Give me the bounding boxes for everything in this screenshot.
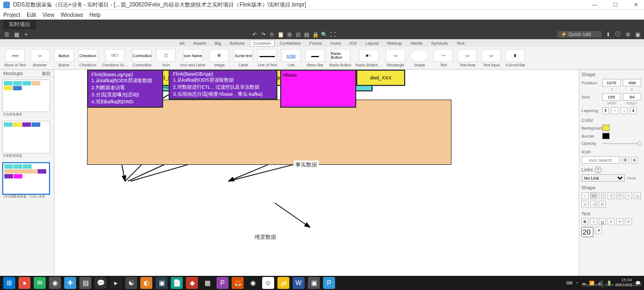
start-icon[interactable]: ⊞: [3, 277, 15, 289]
baselog-app-node[interactable]: Flink(BaseLogApp)1.从kafka的ODS层读取数据2.判断新老…: [87, 70, 163, 108]
shape-diamond-icon[interactable]: ◇: [608, 192, 615, 199]
ribbon-icon[interactable]: ▢Icon: [154, 49, 178, 67]
shape-circle-icon[interactable]: ○: [581, 192, 589, 199]
group-icon[interactable]: ⊞: [286, 31, 293, 38]
ribbon-rectangle[interactable]: ▭Rectangle: [383, 49, 407, 67]
align-icon[interactable]: ▤: [304, 31, 310, 38]
cat-markup[interactable]: Markup: [383, 40, 406, 47]
icon-clear-icon[interactable]: ⊗: [631, 157, 638, 164]
app7-icon[interactable]: ◐: [140, 277, 152, 289]
cat-assets[interactable]: Assets: [189, 40, 210, 47]
word-icon[interactable]: W: [293, 277, 305, 289]
opacity-slider[interactable]: [602, 143, 642, 144]
app13-icon[interactable]: ☺: [262, 277, 274, 289]
ribbon-combobox[interactable]: ComboBoxComboBox: [130, 49, 154, 67]
shape-rect-icon[interactable]: ▭: [590, 192, 597, 199]
align-center-icon[interactable]: ≡: [616, 218, 623, 225]
app10-icon[interactable]: ◆: [186, 277, 198, 289]
app9-icon[interactable]: 📄: [171, 277, 183, 289]
size-h-input[interactable]: [623, 93, 641, 101]
minimize-button[interactable]: —: [590, 2, 599, 8]
shape-arrow-l-icon[interactable]: ◁: [590, 201, 597, 208]
menu-edit[interactable]: Edit: [27, 12, 36, 18]
shape-pentagon-icon[interactable]: ⬠: [616, 192, 623, 199]
paste-icon[interactable]: 📋: [277, 31, 284, 38]
document-tab[interactable]: 实时项目: [3, 20, 36, 29]
kafka-box[interactable]: Kafka: [87, 100, 451, 165]
copy-icon[interactable]: ⎘: [269, 31, 275, 38]
shape-parallelogram-icon[interactable]: ▱: [581, 201, 589, 208]
ribbon-checkbox[interactable]: CheckboxCheckbox: [76, 49, 100, 67]
list-view-icon[interactable]: ☰: [3, 31, 10, 38]
align-right-icon[interactable]: ≡: [625, 218, 632, 225]
app2-icon[interactable]: ◉: [49, 277, 61, 289]
settings-icon[interactable]: ⚙: [624, 31, 631, 38]
ribbon-image[interactable]: ⊠Image: [207, 49, 231, 67]
ungroup-icon[interactable]: ⊟: [295, 31, 301, 38]
app14-icon[interactable]: ▣: [308, 277, 320, 289]
border-swatch[interactable]: [602, 133, 610, 139]
expand-icon[interactable]: ⛶: [330, 31, 336, 38]
pos-y-input[interactable]: [623, 79, 641, 87]
app5-icon[interactable]: 💬: [95, 277, 107, 289]
app11-icon[interactable]: ▦: [201, 277, 213, 289]
app3-icon[interactable]: ✚: [64, 277, 76, 289]
cat-symbols[interactable]: Symbols: [428, 40, 452, 47]
underline-icon[interactable]: U: [599, 218, 606, 225]
info-icon[interactable]: ⓘ: [615, 31, 621, 38]
close-button[interactable]: ✕: [631, 2, 641, 8]
app12-icon[interactable]: P: [216, 277, 228, 289]
ribbon-lineoftext[interactable]: ▬▬▬▬Line of Text: [255, 49, 279, 67]
cat-layout[interactable]: Layout: [362, 40, 382, 47]
terminal-icon[interactable]: ▸: [110, 277, 122, 289]
cat-forms[interactable]: Forms: [306, 40, 326, 47]
bring-front-icon[interactable]: ⬆: [602, 107, 609, 114]
icon-pick-icon[interactable]: ⊞: [622, 157, 629, 164]
quick-add[interactable]: ⚡ Quick Add: [558, 31, 602, 38]
ribbon-menubar[interactable]: ▬▬Menu Bar: [303, 49, 327, 67]
menu-help[interactable]: Help: [89, 12, 101, 18]
hbase-node[interactable]: Hbase: [280, 70, 356, 108]
add-tab-icon[interactable]: +: [23, 31, 29, 38]
fontsize-dropdown-icon[interactable]: ▾: [595, 227, 602, 234]
ribbon-label[interactable]: Some textLabel: [231, 49, 255, 67]
hide-link[interactable]: Hide: [627, 176, 636, 181]
ribbon-checkboxgrp[interactable]: ☑☐Checkbox Gr…: [100, 49, 131, 67]
thumb-1[interactable]: 日志采集服务: [2, 79, 50, 112]
cat-icons[interactable]: Icons: [327, 40, 345, 47]
app4-icon[interactable]: ▤: [79, 277, 91, 289]
shape-triangle-icon[interactable]: △: [634, 192, 641, 199]
ribbon-text[interactable]: 〰Text: [431, 49, 455, 67]
zoom-icon[interactable]: 🔍: [321, 31, 327, 38]
ribbon-textinput[interactable]: ▭Text Input: [479, 49, 503, 67]
fontsize-input[interactable]: [581, 227, 593, 237]
cat-media[interactable]: Media: [407, 40, 426, 47]
tray-up-icon[interactable]: ^: [576, 281, 578, 286]
maximize-button[interactable]: ☐: [610, 2, 620, 8]
cat-text[interactable]: Text: [453, 40, 468, 47]
menu-windows[interactable]: Windows: [61, 12, 83, 18]
ribbon-browser[interactable]: ▭Browser: [28, 49, 52, 67]
menu-project[interactable]: Project: [3, 12, 20, 18]
cat-common[interactable]: Common: [250, 40, 275, 47]
app15-icon[interactable]: P: [323, 277, 335, 289]
tray-keyboard-icon[interactable]: ⌨: [566, 281, 573, 286]
ribbon-link[interactable]: a linkLink: [279, 49, 303, 67]
italic-icon[interactable]: I: [590, 218, 597, 225]
ribbon-radio[interactable]: Radio ButtonRadio Button: [327, 49, 353, 67]
ribbon-iconlabel[interactable]: Icon NameIcon and Label: [178, 49, 207, 67]
ribbon-radios[interactable]: ◉○Radio Button…: [354, 49, 383, 67]
canvas[interactable]: hadoop202rt_gmall日志采集服务器 hadoop203rt_gma…: [54, 70, 579, 290]
bring-forward-icon[interactable]: ↑: [611, 107, 618, 114]
dwd-xxx-node[interactable]: dwd_XXX: [356, 70, 405, 86]
panel-toggle-icon[interactable]: ⊞⊟: [42, 71, 51, 76]
explorer-icon[interactable]: 📁: [277, 277, 289, 289]
bg-swatch[interactable]: [602, 125, 610, 131]
cat-big[interactable]: Big: [211, 40, 225, 47]
undo-icon[interactable]: ↶: [251, 31, 258, 38]
cat-all[interactable]: All: [176, 40, 188, 47]
menu-view[interactable]: View: [42, 12, 54, 18]
app8-icon[interactable]: ▣: [156, 277, 168, 289]
ribbon-vscroll[interactable]: ▮V.Scroll Bar: [503, 49, 527, 67]
ribbon-shape[interactable]: Shape: [407, 49, 431, 67]
